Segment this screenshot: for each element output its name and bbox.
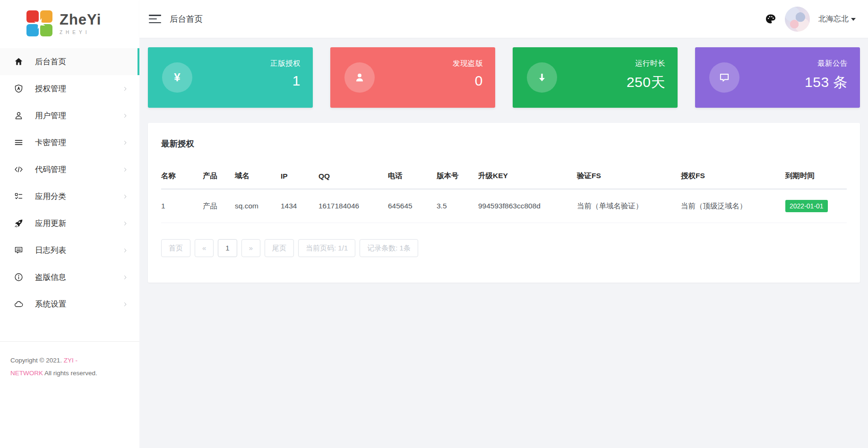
chevron-right-icon xyxy=(122,302,128,307)
code-icon xyxy=(13,164,24,175)
sidebar-item-card-key-mgmt[interactable]: 卡密管理 xyxy=(0,129,139,156)
sidebar-item-label: 卡密管理 xyxy=(35,138,122,148)
brand-subtitle: ZHEYI xyxy=(60,30,101,35)
star-icon xyxy=(33,17,47,31)
cell-upgrade-key: 994593f863cc808d xyxy=(478,189,577,223)
topbar: 后台首页 北海忘北 xyxy=(139,0,868,38)
sidebar-toggle-button[interactable] xyxy=(149,14,161,24)
page-title: 后台首页 xyxy=(170,13,203,25)
stat-card-value: 153 条 xyxy=(805,73,848,92)
cloud-icon xyxy=(13,299,24,310)
col-ip: IP xyxy=(281,164,318,189)
content: ¥ 正版授权 1 发现盗版 0 xyxy=(139,38,868,448)
sidebar-item-user-mgmt[interactable]: 用户管理 xyxy=(0,102,139,129)
rocket-icon xyxy=(13,218,24,229)
chevron-right-icon xyxy=(122,86,128,92)
stat-card-value: 1 xyxy=(270,73,301,89)
sidebar-item-auth-mgmt[interactable]: 授权管理 xyxy=(0,75,139,102)
chevron-right-icon xyxy=(122,113,128,119)
copyright-suffix: All rights reserved. xyxy=(43,370,97,377)
sidebar-item-label: 代码管理 xyxy=(35,164,122,175)
chevron-right-icon xyxy=(122,167,128,172)
chevron-right-icon xyxy=(122,194,128,199)
col-domain: 域名 xyxy=(235,164,281,189)
stat-card-label: 运行时长 xyxy=(627,59,665,69)
cell-phone: 645645 xyxy=(388,189,437,223)
message-icon xyxy=(13,245,24,256)
yen-icon: ¥ xyxy=(162,62,192,93)
sidebar: ZheYi ZHEYI 后台首页 授权管理 xyxy=(0,0,139,448)
sidebar-item-label: 系统设置 xyxy=(35,299,122,310)
sidebar-item-log-list[interactable]: 日志列表 xyxy=(0,237,139,264)
app-window: ZheYi ZHEYI 后台首页 授权管理 xyxy=(0,0,868,448)
user-menu[interactable]: 北海忘北 xyxy=(818,14,856,24)
table-header-row: 名称 产品 域名 IP QQ 电话 版本号 升级KEY 验证FS 授权FS 到期… xyxy=(161,164,847,189)
pagination-page-button[interactable]: 1 xyxy=(218,239,237,257)
stat-card-label: 最新公告 xyxy=(805,59,848,69)
sidebar-item-label: 应用分类 xyxy=(35,191,122,202)
arrow-down-icon xyxy=(527,62,557,93)
chevron-right-icon xyxy=(122,140,128,146)
brand-title: ZheYi xyxy=(60,12,101,27)
sidebar-item-dashboard[interactable]: 后台首页 xyxy=(0,48,139,75)
pagination-prev-button[interactable]: « xyxy=(195,239,214,257)
brand-logo[interactable]: ZheYi ZHEYI xyxy=(0,0,139,47)
yen-glyph: ¥ xyxy=(174,71,180,84)
cell-product: 产品 xyxy=(203,189,235,223)
checklist-icon xyxy=(13,191,24,202)
latest-auth-table: 名称 产品 域名 IP QQ 电话 版本号 升级KEY 验证FS 授权FS 到期… xyxy=(161,164,847,223)
stat-card-licensed: ¥ 正版授权 1 xyxy=(148,47,313,108)
sidebar-item-label: 授权管理 xyxy=(35,84,122,94)
stat-card-value: 0 xyxy=(453,73,483,89)
sidebar-item-piracy-info[interactable]: 盗版信息 xyxy=(0,264,139,291)
user-icon xyxy=(13,110,24,121)
col-expiry: 到期时间 xyxy=(785,164,847,189)
latest-auth-panel: 最新授权 名称 产品 域名 IP QQ 电 xyxy=(148,123,860,283)
theme-palette-button[interactable] xyxy=(765,13,776,25)
palette-icon xyxy=(765,13,776,25)
info-icon xyxy=(13,272,24,283)
comment-icon xyxy=(709,62,739,93)
col-product: 产品 xyxy=(203,164,235,189)
shield-icon xyxy=(13,83,24,95)
sidebar-item-system-settings[interactable]: 系统设置 xyxy=(0,291,139,318)
cell-auth-fs: 当前（顶级泛域名） xyxy=(681,189,785,223)
chevron-right-icon xyxy=(122,275,128,280)
sidebar-item-label: 日志列表 xyxy=(35,245,122,256)
stat-card-value: 250天 xyxy=(627,73,665,92)
caret-down-icon xyxy=(851,18,856,21)
col-verify-fs: 验证FS xyxy=(577,164,681,189)
pagination-next-button[interactable]: » xyxy=(241,239,260,257)
pagination-first-button[interactable]: 首页 xyxy=(161,239,190,257)
user-avatar[interactable] xyxy=(785,7,810,32)
sidebar-item-label: 盗版信息 xyxy=(35,272,122,283)
home-icon xyxy=(13,56,24,68)
stat-card-piracy-found: 发现盗版 0 xyxy=(330,47,495,108)
username: 北海忘北 xyxy=(818,14,849,24)
sidebar-nav: 后台首页 授权管理 用户管理 卡密管理 xyxy=(0,48,139,318)
stat-cards: ¥ 正版授权 1 发现盗版 0 xyxy=(148,47,860,108)
cell-version: 3.5 xyxy=(437,189,478,223)
cell-qq: 1617184046 xyxy=(318,189,388,223)
pagination-last-button[interactable]: 尾页 xyxy=(265,239,294,257)
copyright-prefix: Copyright © 2021. xyxy=(10,357,64,364)
sidebar-item-app-category[interactable]: 应用分类 xyxy=(0,183,139,210)
stat-card-label: 发现盗版 xyxy=(453,59,483,69)
sidebar-item-label: 应用更新 xyxy=(35,218,122,229)
col-version: 版本号 xyxy=(437,164,478,189)
pagination: 首页 « 1 » 尾页 当前页码: 1/1 记录条数: 1条 xyxy=(161,239,847,257)
sidebar-item-code-mgmt[interactable]: 代码管理 xyxy=(0,156,139,183)
cell-verify-fs: 当前（单域名验证） xyxy=(577,189,681,223)
sidebar-item-app-update[interactable]: 应用更新 xyxy=(0,210,139,237)
sidebar-item-label: 后台首页 xyxy=(35,57,126,67)
pagination-record-count-label: 记录条数: 1条 xyxy=(360,239,418,257)
list-icon xyxy=(13,137,24,148)
col-upgrade-key: 升级KEY xyxy=(478,164,577,189)
cell-expiry: 2022-01-01 xyxy=(785,189,847,223)
pagination-current-page-label: 当前页码: 1/1 xyxy=(298,239,355,257)
cell-name: 1 xyxy=(161,189,203,223)
panel-title: 最新授权 xyxy=(161,136,847,149)
col-phone: 电话 xyxy=(388,164,437,189)
chevron-right-icon xyxy=(122,248,128,253)
expiry-date-badge: 2022-01-01 xyxy=(785,200,828,212)
